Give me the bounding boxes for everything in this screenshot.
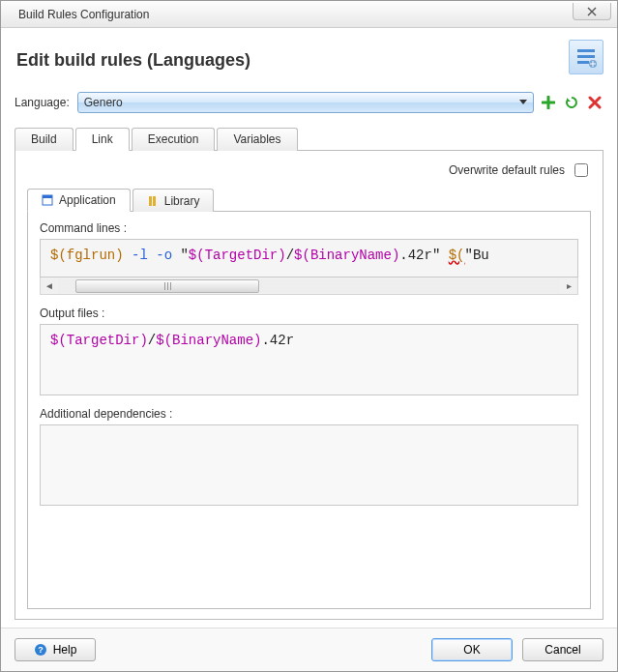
footer: ? Help OK Cancel bbox=[1, 628, 617, 671]
cancel-button[interactable]: Cancel bbox=[522, 638, 603, 661]
tab-build[interactable]: Build bbox=[15, 128, 74, 151]
header-row: Edit build rules (Languages) bbox=[15, 40, 603, 74]
subtab-application-label: Application bbox=[59, 193, 116, 207]
window-title: Build Rules Configuration bbox=[18, 8, 149, 21]
dependencies-input[interactable] bbox=[40, 424, 578, 506]
main-tabs: Build Link Execution Variables bbox=[15, 127, 603, 151]
scroll-left-icon[interactable]: ◄ bbox=[44, 280, 54, 291]
language-label: Language: bbox=[15, 96, 70, 109]
output-files-label: Output files : bbox=[40, 307, 578, 320]
subtab-library-label: Library bbox=[164, 194, 200, 208]
delete-icon bbox=[588, 96, 602, 109]
subtab-library[interactable]: Library bbox=[132, 189, 215, 212]
svg-text:?: ? bbox=[38, 645, 44, 655]
command-lines-label: Command lines : bbox=[40, 221, 578, 235]
svg-rect-2 bbox=[577, 61, 589, 64]
command-lines-hscrollbar[interactable]: ◄ ▸ bbox=[40, 278, 578, 295]
overwrite-row: Overwrite default rules bbox=[27, 161, 591, 180]
help-button-label: Help bbox=[53, 643, 77, 657]
library-icon bbox=[147, 195, 159, 207]
svg-rect-6 bbox=[149, 196, 152, 206]
delete-language-button[interactable] bbox=[586, 94, 603, 111]
scroll-right-icon[interactable]: ▸ bbox=[564, 280, 574, 291]
close-icon bbox=[587, 7, 597, 16]
close-button[interactable] bbox=[573, 3, 611, 20]
dependencies-label: Additional dependencies : bbox=[40, 407, 578, 421]
svg-rect-5 bbox=[43, 195, 52, 198]
footer-right: OK Cancel bbox=[431, 638, 603, 661]
scroll-track[interactable] bbox=[58, 279, 560, 293]
help-button[interactable]: ? Help bbox=[15, 638, 96, 661]
overwrite-label: Overwrite default rules bbox=[449, 163, 565, 177]
svg-rect-1 bbox=[577, 55, 595, 58]
ok-button[interactable]: OK bbox=[431, 638, 513, 661]
tab-variables[interactable]: Variables bbox=[217, 128, 297, 151]
refresh-icon bbox=[565, 96, 578, 109]
output-files-input[interactable]: $(TargetDir)/$(BinaryName).42r bbox=[40, 324, 578, 395]
svg-rect-7 bbox=[153, 196, 156, 206]
page-title: Edit build rules (Languages) bbox=[16, 50, 250, 71]
chevron-down-icon bbox=[519, 100, 527, 104]
link-panel: Overwrite default rules Application Libr… bbox=[15, 151, 603, 620]
rules-icon bbox=[569, 40, 603, 74]
language-select[interactable]: Genero bbox=[77, 92, 534, 113]
dialog-window: Build Rules Configuration Edit build rul… bbox=[0, 0, 618, 672]
scroll-thumb[interactable] bbox=[75, 279, 259, 293]
refresh-language-button[interactable] bbox=[563, 94, 580, 111]
content-area: Edit build rules (Languages) Language: G… bbox=[1, 28, 617, 628]
application-icon bbox=[42, 194, 53, 206]
add-language-button[interactable] bbox=[540, 94, 557, 111]
plus-icon bbox=[542, 96, 555, 109]
application-panel: Command lines : $(fglrun) -l -o "$(Targe… bbox=[27, 212, 591, 609]
subtab-application[interactable]: Application bbox=[27, 189, 131, 212]
command-lines-input[interactable]: $(fglrun) -l -o "$(TargetDir)/$(BinaryNa… bbox=[40, 239, 578, 278]
sub-tabs: Application Library bbox=[27, 188, 591, 212]
titlebar: Build Rules Configuration bbox=[1, 1, 617, 28]
svg-rect-0 bbox=[577, 49, 595, 52]
cancel-button-label: Cancel bbox=[544, 643, 580, 657]
language-row: Language: Genero bbox=[15, 92, 603, 113]
overwrite-checkbox[interactable] bbox=[574, 163, 588, 177]
tab-link[interactable]: Link bbox=[75, 128, 130, 151]
ok-button-label: OK bbox=[463, 643, 480, 657]
language-value: Genero bbox=[84, 96, 123, 109]
help-icon: ? bbox=[34, 643, 47, 657]
tab-execution[interactable]: Execution bbox=[132, 128, 216, 151]
